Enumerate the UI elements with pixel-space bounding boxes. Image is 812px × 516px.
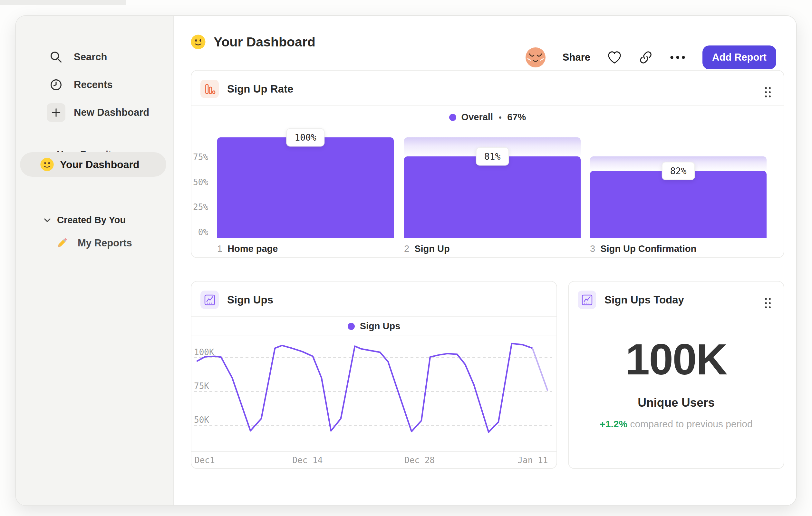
funnel-badge: 100% [286, 128, 324, 147]
step-label: Sign Up Confirmation [600, 243, 696, 254]
step-index: 3 [590, 243, 595, 254]
big-number-value: 100K [569, 334, 784, 384]
sidebar-item-label: Search [74, 51, 107, 63]
sidebar-item-search[interactable]: Search [47, 48, 107, 66]
chevron-down-icon [44, 218, 51, 223]
sidebar-item-recents[interactable]: Recents [47, 76, 113, 94]
funnel-y-tick: 0% [192, 227, 208, 237]
drag-handle-icon[interactable] [764, 297, 772, 309]
funnel-y-tick: 75% [192, 152, 208, 162]
sidebar-section-created-by-you[interactable]: Created By You [44, 215, 126, 225]
smiley-emoji-icon [40, 157, 54, 171]
line-x-tick: Dec 14 [292, 455, 323, 465]
avatar[interactable] [525, 47, 546, 68]
axis-divider [192, 451, 556, 452]
step-label: Sign Up [414, 243, 450, 254]
smiley-emoji-icon [191, 34, 206, 50]
step-index: 1 [217, 243, 222, 254]
background-window-artifact [0, 0, 126, 5]
card-sign-up-rate: Sign Up Rate Overall • 67% 75%50%25%0%10… [191, 70, 784, 258]
line-series[interactable] [197, 344, 532, 432]
sidebar: Search Recents New Dashboard Your Favori… [16, 16, 174, 505]
link-icon[interactable] [639, 50, 653, 64]
funnel-y-tick: 25% [192, 202, 208, 212]
page-title: Your Dashboard [191, 34, 315, 50]
delta-row: +1.2% compared to previous period [569, 418, 784, 430]
plus-icon [47, 103, 65, 122]
sidebar-item-your-dashboard[interactable]: Your Dashboard [20, 152, 166, 177]
line-plot[interactable]: 100K75K50KDec1Dec 14Dec 28Jan 11 [192, 281, 556, 468]
funnel-y-tick: 50% [192, 178, 208, 187]
funnel-step-label: 3Sign Up Confirmation [590, 243, 696, 254]
share-button[interactable]: Share [562, 52, 590, 63]
sidebar-item-my-reports[interactable]: My Reports [54, 236, 132, 251]
clock-icon [47, 76, 65, 94]
funnel-badge: 81% [476, 147, 509, 166]
sidebar-section-label: Created By You [57, 215, 126, 225]
line-chart-icon [578, 291, 596, 309]
delta-description: compared to previous period [630, 418, 753, 429]
sidebar-item-new-dashboard[interactable]: New Dashboard [47, 103, 149, 122]
funnel-bar-sign-up[interactable] [404, 156, 581, 238]
sidebar-item-label: Recents [74, 79, 113, 91]
page-title-text: Your Dashboard [214, 34, 315, 50]
card-sign-ups: Sign Ups Sign Ups 100K75K50KDec1Dec 14De… [191, 281, 557, 469]
card-sign-ups-today: Sign Ups Today 100K Unique Users +1.2% c… [568, 281, 784, 469]
step-label: Home page [228, 243, 278, 254]
sidebar-item-label: Your Dashboard [60, 159, 140, 171]
line-x-tick: Jan 11 [518, 455, 548, 465]
pencil-emoji-icon [54, 236, 69, 251]
line-series[interactable] [532, 348, 547, 390]
sign-ups-line-chart [192, 281, 558, 469]
funnel-bar-sign-up-confirmation[interactable] [590, 171, 766, 238]
step-index: 2 [404, 243, 409, 254]
funnel-plot: 75%50%25%0%100%1Home page81%2Sign Up82%3… [192, 71, 784, 257]
funnel-bar-home-page[interactable] [217, 137, 394, 238]
delta-percent: +1.2% [600, 418, 627, 429]
funnel-badge: 82% [662, 162, 695, 180]
sidebar-item-label: My Reports [78, 237, 132, 249]
ellipsis-icon[interactable] [670, 55, 686, 60]
funnel-step-label: 2Sign Up [404, 243, 450, 254]
app-window: Search Recents New Dashboard Your Favori… [15, 15, 797, 506]
search-icon [47, 48, 65, 66]
add-report-button[interactable]: Add Report [702, 46, 776, 69]
sidebar-item-label: New Dashboard [74, 107, 149, 118]
big-number-label: Unique Users [569, 396, 784, 410]
line-x-tick: Dec 28 [404, 455, 435, 465]
card-title: Sign Ups Today [605, 294, 684, 306]
line-x-tick: Dec1 [195, 455, 215, 465]
heart-icon[interactable] [607, 50, 622, 64]
funnel-step-label: 1Home page [217, 243, 278, 254]
